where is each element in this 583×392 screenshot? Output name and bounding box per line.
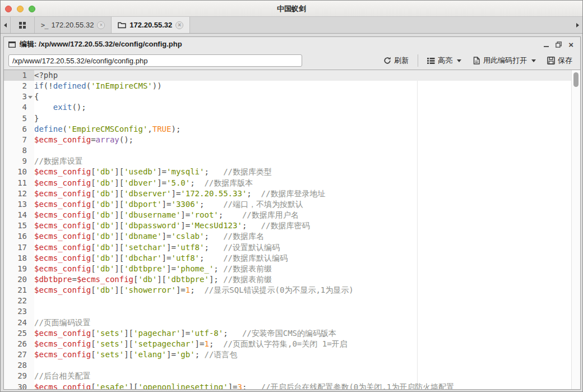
code-text xyxy=(34,145,571,156)
code-text: $ecms_config['db']['setchar']='utf8'; //… xyxy=(34,242,571,253)
code-line[interactable]: 2if(!defined('InEmpireCMS')) xyxy=(4,81,571,91)
tab-terminal[interactable]: >_ 172.20.55.32 × xyxy=(34,17,112,33)
code-text: } xyxy=(34,113,571,124)
gutter-line-number: 23 xyxy=(4,306,34,317)
code-line[interactable]: 10$ecms_config['db']['usedb']='mysqli'; … xyxy=(4,167,571,177)
gutter-line-number: 10 xyxy=(4,167,34,177)
code-line[interactable]: 22 xyxy=(4,296,571,306)
path-input[interactable] xyxy=(8,54,302,67)
code-text: $ecms_config['db']['dbport']='3306'; //端… xyxy=(34,199,571,210)
code-text: $ecms_config['db']['dbserver']='172.20.5… xyxy=(34,188,571,199)
code-line[interactable]: 12$ecms_config['db']['dbserver']='172.20… xyxy=(4,188,571,199)
tab-file-manager-close-icon[interactable]: × xyxy=(175,21,183,29)
code-line[interactable]: 19$ecms_config['db']['dbtbpre']='phome_'… xyxy=(4,264,571,274)
editor-panel: 编辑: /xp/www/172.20.55.32/e/config/config… xyxy=(3,36,581,390)
editor-scrollbar[interactable] xyxy=(571,70,580,389)
code-text xyxy=(34,306,571,317)
gutter-line-number: 6 xyxy=(4,124,34,135)
tab-file-manager[interactable]: 172.20.55.32 × xyxy=(111,17,190,33)
tabbar-spacer xyxy=(189,17,573,33)
code-text: $ecms_config['db']['dbusername']='root';… xyxy=(34,210,571,220)
panel-window-controls: × xyxy=(544,40,576,49)
open-with-encoding-label: 用此编码打开 xyxy=(483,56,527,66)
gutter-line-number: 27 xyxy=(4,349,34,360)
code-line[interactable]: 8 xyxy=(4,145,571,156)
code-text: $ecms_config['sets']['setpagechar']=1; /… xyxy=(34,339,571,349)
gutter-line-number: 13 xyxy=(4,199,34,210)
code-line[interactable]: 20$dbtbpre=$ecms_config['db']['dbtbpre']… xyxy=(4,274,571,285)
code-line[interactable]: 11$ecms_config['db']['dbver']='5.0'; //数… xyxy=(4,178,571,188)
code-line[interactable]: 5} xyxy=(4,113,571,124)
gutter-line-number: 18 xyxy=(4,253,34,264)
code-text: if(!defined('InEmpireCMS')) xyxy=(34,81,571,91)
code-text: define('EmpireCMSConfig',TRUE); xyxy=(34,124,571,135)
code-line[interactable]: 21$ecms_config['db']['showerror']=1; //显… xyxy=(4,285,571,296)
code-text: { xyxy=(34,91,571,102)
gutter-line-number: 12 xyxy=(4,188,34,199)
code-line[interactable]: 9//数据库设置 xyxy=(4,156,571,167)
gutter-line-number: 5 xyxy=(4,113,34,124)
code-line[interactable]: 24//页面编码设置 xyxy=(4,317,571,328)
code-line[interactable]: 18$ecms_config['db']['dbchar']='utf8'; /… xyxy=(4,253,571,264)
code-line[interactable]: 7$ecms_config=array(); xyxy=(4,135,571,145)
code-text: $ecms_config['db']['dbchar']='utf8'; //数… xyxy=(34,253,571,264)
code-line[interactable]: 3{ xyxy=(4,91,571,102)
code-text xyxy=(34,360,571,371)
code-text: $ecms_config['db']['usedb']='mysqli'; //… xyxy=(34,167,571,177)
gutter-line-number: 28 xyxy=(4,360,34,371)
code-line[interactable]: 26$ecms_config['sets']['setpagechar']=1;… xyxy=(4,339,571,349)
gutter-line-number: 9 xyxy=(4,156,34,167)
code-text: //页面编码设置 xyxy=(34,317,571,328)
code-editor[interactable]: 1<?php2if(!defined('InEmpireCMS'))3{4 ex… xyxy=(4,70,580,389)
code-text: $ecms_config['db']['dbname']='cslab'; //… xyxy=(34,231,571,242)
code-line[interactable]: 6define('EmpireCMSConfig',TRUE); xyxy=(4,124,571,135)
code-line[interactable]: 14$ecms_config['db']['dbusername']='root… xyxy=(4,210,571,220)
refresh-button[interactable]: 刷新 xyxy=(379,53,413,68)
save-button[interactable]: 保存 xyxy=(543,53,577,68)
code-line[interactable]: 4 exit(); xyxy=(4,102,571,113)
folder-icon xyxy=(118,21,126,29)
tab-scroll-left-button[interactable] xyxy=(1,17,10,33)
code-line[interactable]: 15$ecms_config['db']['dbpassword']='Mecs… xyxy=(4,220,571,231)
code-text: $ecms_config['sets']['elang']='gb'; //语言… xyxy=(34,349,571,360)
gutter-line-number: 20 xyxy=(4,274,34,285)
gutter-line-number: 17 xyxy=(4,242,34,253)
gutter-line-number: 26 xyxy=(4,339,34,349)
code-line[interactable]: 13$ecms_config['db']['dbport']='3306'; /… xyxy=(4,199,571,210)
gutter-line-number: 1 xyxy=(4,70,34,81)
open-with-encoding-button[interactable]: 用此编码打开 xyxy=(468,53,540,68)
panel-restore-icon[interactable] xyxy=(556,41,562,48)
encoding-caret-icon xyxy=(531,59,536,62)
code-text: $ecms_config=array(); xyxy=(34,135,571,145)
tab-home[interactable] xyxy=(10,17,35,33)
panel-minimize-icon[interactable] xyxy=(544,46,549,47)
app-title: 中国蚁剑 xyxy=(1,4,582,14)
terminal-icon: >_ xyxy=(41,21,48,29)
gutter-line-number: 22 xyxy=(4,296,34,306)
grid-icon xyxy=(19,22,26,29)
tab-terminal-close-icon[interactable]: × xyxy=(97,21,105,29)
toolbar-divider xyxy=(418,54,418,67)
code-line[interactable]: 1<?php xyxy=(4,70,571,81)
tab-file-manager-label: 172.20.55.32 xyxy=(129,21,172,29)
code-line[interactable]: 28 xyxy=(4,360,571,371)
scrollbar-thumb[interactable] xyxy=(573,72,579,87)
code-line[interactable]: 27$ecms_config['sets']['elang']='gb'; //… xyxy=(4,349,571,360)
highlight-button[interactable]: 高亮 xyxy=(423,53,466,68)
tab-bar: >_ 172.20.55.32 × 172.20.55.32 × xyxy=(1,17,582,34)
code-line[interactable]: 16$ecms_config['db']['dbname']='cslab'; … xyxy=(4,231,571,242)
code-line[interactable]: 17$ecms_config['db']['setchar']='utf8'; … xyxy=(4,242,571,253)
highlight-caret-icon xyxy=(457,59,461,62)
code-line[interactable]: 23 xyxy=(4,306,571,317)
tab-scroll-right-button[interactable] xyxy=(573,17,582,33)
gutter-line-number: 24 xyxy=(4,317,34,328)
fold-widget-icon[interactable] xyxy=(28,96,33,99)
code-line[interactable]: 25$ecms_config['sets']['pagechar']='utf-… xyxy=(4,328,571,339)
gutter-line-number: 3 xyxy=(4,91,34,102)
gutter-line-number: 14 xyxy=(4,210,34,220)
gutter-line-number: 29 xyxy=(4,371,34,381)
panel-close-icon[interactable]: × xyxy=(568,40,573,49)
code-line[interactable]: 30$ecms_config['esafe']['openonlinesetti… xyxy=(4,382,571,389)
gutter-line-number: 11 xyxy=(4,178,34,188)
code-line[interactable]: 29//后台相关配置 xyxy=(4,371,571,381)
